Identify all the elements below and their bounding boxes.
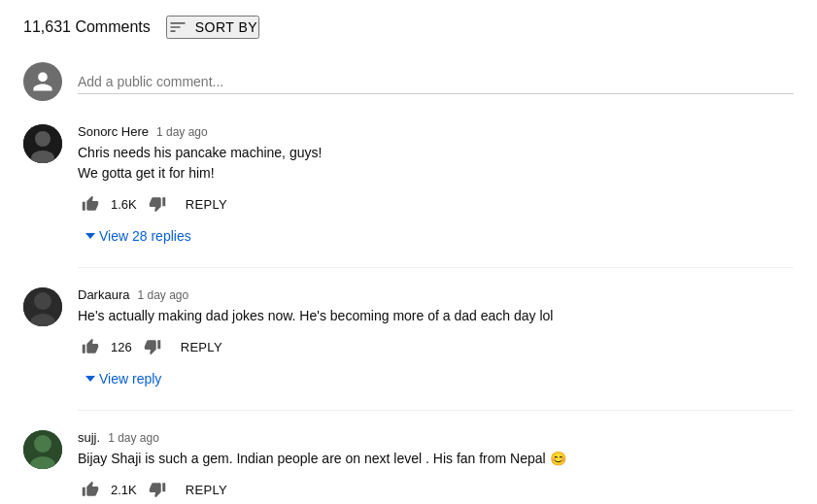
comment-time: 1 day ago xyxy=(137,288,188,302)
add-comment-row xyxy=(23,62,794,101)
divider xyxy=(78,267,794,268)
table-row: Sonorc Here 1 day ago Chris needs his pa… xyxy=(23,124,794,248)
comment-text: He's actually making dad jokes now. He's… xyxy=(78,306,794,326)
thumbs-up-icon xyxy=(82,195,99,213)
comment-line1: Bijay Shaji is such a gem. Indian people… xyxy=(78,451,566,466)
sort-by-button[interactable]: SORT BY xyxy=(166,16,259,39)
comments-header: 11,631 Comments SORT BY xyxy=(23,16,794,39)
user-icon xyxy=(31,70,54,93)
view-replies-label: View 28 replies xyxy=(99,228,191,244)
dislike-button[interactable] xyxy=(140,334,165,359)
svg-point-1 xyxy=(35,131,51,147)
table-row: sujj. 1 day ago Bijay Shaji is such a ge… xyxy=(23,430,794,504)
comment-author: Darkaura xyxy=(78,287,129,302)
comment-actions: 1.6K REPLY xyxy=(78,191,794,217)
comment-text: Bijay Shaji is such a gem. Indian people… xyxy=(78,449,794,469)
avatar xyxy=(23,124,62,163)
thumbs-down-icon xyxy=(144,338,161,355)
like-button[interactable] xyxy=(78,477,103,502)
divider xyxy=(78,410,794,411)
chevron-down-icon xyxy=(85,233,95,239)
svg-point-7 xyxy=(34,435,51,453)
comment-body: Darkaura 1 day ago He's actually making … xyxy=(78,287,794,390)
thumbs-down-icon xyxy=(149,195,166,213)
comments-count: 11,631 Comments xyxy=(23,18,151,36)
sort-by-label: SORT BY xyxy=(195,19,257,35)
view-replies-label: View reply xyxy=(99,371,161,386)
svg-point-4 xyxy=(34,292,51,310)
dislike-button[interactable] xyxy=(145,477,170,502)
like-count: 2.1K xyxy=(111,483,137,497)
comment-meta: sujj. 1 day ago xyxy=(78,430,794,445)
view-replies-button[interactable]: View 28 replies xyxy=(78,224,199,248)
reply-button[interactable]: REPLY xyxy=(173,336,230,358)
comment-actions: 126 REPLY xyxy=(78,334,794,359)
like-count: 126 xyxy=(111,340,132,354)
comments-list: Sonorc Here 1 day ago Chris needs his pa… xyxy=(23,124,794,504)
comment-line1: He's actually making dad jokes now. He's… xyxy=(78,308,553,323)
like-count: 1.6K xyxy=(111,197,137,212)
dislike-button[interactable] xyxy=(145,191,170,217)
comment-line2: We gotta get it for him! xyxy=(78,165,215,181)
thumbs-up-icon xyxy=(82,338,99,355)
comment-body: sujj. 1 day ago Bijay Shaji is such a ge… xyxy=(78,430,794,504)
view-replies-button[interactable]: View reply xyxy=(78,367,169,390)
comment-body: Sonorc Here 1 day ago Chris needs his pa… xyxy=(78,124,794,248)
chevron-down-icon xyxy=(85,376,95,382)
comment-time: 1 day ago xyxy=(108,431,159,445)
table-row: Darkaura 1 day ago He's actually making … xyxy=(23,287,794,390)
comment-input[interactable] xyxy=(78,70,794,94)
like-button[interactable] xyxy=(78,191,103,217)
comment-author: sujj. xyxy=(78,430,100,445)
comment-line1: Chris needs his pancake machine, guys! xyxy=(78,145,322,160)
comment-actions: 2.1K REPLY xyxy=(78,477,794,502)
comment-meta: Sonorc Here 1 day ago xyxy=(78,124,794,139)
comment-meta: Darkaura 1 day ago xyxy=(78,287,794,302)
thumbs-up-icon xyxy=(82,481,99,498)
sort-icon xyxy=(168,17,187,37)
thumbs-down-icon xyxy=(149,481,166,498)
avatar xyxy=(23,430,62,469)
like-button[interactable] xyxy=(78,334,103,359)
reply-button[interactable]: REPLY xyxy=(178,479,235,501)
comment-time: 1 day ago xyxy=(156,125,208,139)
comment-author: Sonorc Here xyxy=(78,124,149,139)
avatar xyxy=(23,287,62,326)
current-user-avatar xyxy=(23,62,62,101)
reply-button[interactable]: REPLY xyxy=(178,193,235,216)
comment-text: Chris needs his pancake machine, guys! W… xyxy=(78,143,794,184)
